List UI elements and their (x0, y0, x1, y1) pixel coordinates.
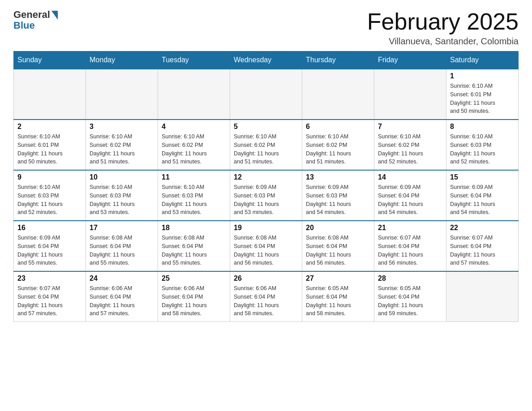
calendar-cell: 20Sunrise: 6:08 AMSunset: 6:04 PMDayligh… (302, 221, 374, 271)
cell-info-text: Sunrise: 6:08 AMSunset: 6:04 PMDaylight:… (234, 234, 298, 267)
calendar-cell: 13Sunrise: 6:09 AMSunset: 6:03 PMDayligh… (302, 170, 374, 221)
cell-info-text: Sunrise: 6:09 AMSunset: 6:03 PMDaylight:… (234, 183, 298, 217)
calendar-cell: 8Sunrise: 6:10 AMSunset: 6:03 PMDaylight… (446, 120, 519, 170)
logo: General Blue (13, 9, 58, 31)
logo-blue-text: Blue (13, 20, 35, 31)
cell-date-number: 5 (234, 123, 298, 131)
calendar-cell: 19Sunrise: 6:08 AMSunset: 6:04 PMDayligh… (230, 221, 302, 271)
cell-date-number: 3 (90, 123, 154, 131)
cell-date-number: 12 (234, 173, 298, 181)
calendar-cell: 12Sunrise: 6:09 AMSunset: 6:03 PMDayligh… (230, 170, 302, 221)
cell-info-text: Sunrise: 6:08 AMSunset: 6:04 PMDaylight:… (306, 234, 370, 267)
calendar-cell: 1Sunrise: 6:10 AMSunset: 6:01 PMDaylight… (446, 69, 519, 120)
cell-date-number: 20 (306, 224, 370, 232)
calendar-cell (14, 69, 86, 120)
title-block: February 2025 Villanueva, Santander, Col… (367, 9, 519, 47)
cell-info-text: Sunrise: 6:07 AMSunset: 6:04 PMDaylight:… (450, 234, 515, 267)
cell-date-number: 18 (162, 224, 226, 232)
cell-info-text: Sunrise: 6:07 AMSunset: 6:04 PMDaylight:… (378, 234, 442, 267)
cell-info-text: Sunrise: 6:09 AMSunset: 6:04 PMDaylight:… (17, 234, 82, 267)
calendar-cell: 27Sunrise: 6:05 AMSunset: 6:04 PMDayligh… (302, 271, 374, 322)
cell-date-number: 28 (378, 274, 442, 283)
cell-date-number: 13 (306, 173, 370, 181)
calendar-title: February 2025 (367, 9, 519, 34)
calendar-cell: 14Sunrise: 6:09 AMSunset: 6:04 PMDayligh… (374, 170, 446, 221)
cell-info-text: Sunrise: 6:09 AMSunset: 6:04 PMDaylight:… (378, 183, 442, 217)
cell-info-text: Sunrise: 6:06 AMSunset: 6:04 PMDaylight:… (90, 284, 154, 318)
calendar-cell: 22Sunrise: 6:07 AMSunset: 6:04 PMDayligh… (446, 221, 519, 271)
calendar-cell: 26Sunrise: 6:06 AMSunset: 6:04 PMDayligh… (230, 271, 302, 322)
cell-date-number: 21 (378, 224, 442, 232)
cell-info-text: Sunrise: 6:10 AMSunset: 6:02 PMDaylight:… (234, 133, 298, 166)
cell-info-text: Sunrise: 6:05 AMSunset: 6:04 PMDaylight:… (378, 284, 442, 318)
cell-info-text: Sunrise: 6:10 AMSunset: 6:03 PMDaylight:… (162, 183, 226, 217)
weekday-header-sunday: Sunday (14, 51, 86, 69)
cell-date-number: 9 (17, 173, 82, 181)
cell-info-text: Sunrise: 6:10 AMSunset: 6:02 PMDaylight:… (378, 133, 442, 166)
cell-date-number: 19 (234, 224, 298, 232)
cell-date-number: 6 (306, 123, 370, 131)
cell-date-number: 10 (90, 173, 154, 181)
cell-date-number: 2 (17, 123, 82, 131)
cell-date-number: 15 (450, 173, 515, 181)
cell-info-text: Sunrise: 6:10 AMSunset: 6:01 PMDaylight:… (450, 82, 515, 116)
cell-date-number: 22 (450, 224, 515, 232)
page-header: General Blue February 2025 Villanueva, S… (13, 9, 519, 47)
calendar-cell: 15Sunrise: 6:09 AMSunset: 6:04 PMDayligh… (446, 170, 519, 221)
cell-info-text: Sunrise: 6:08 AMSunset: 6:04 PMDaylight:… (162, 234, 226, 267)
cell-info-text: Sunrise: 6:10 AMSunset: 6:02 PMDaylight:… (90, 133, 154, 166)
cell-info-text: Sunrise: 6:10 AMSunset: 6:03 PMDaylight:… (17, 183, 82, 217)
cell-date-number: 16 (17, 224, 82, 232)
cell-info-text: Sunrise: 6:08 AMSunset: 6:04 PMDaylight:… (90, 234, 154, 267)
calendar-cell (302, 69, 374, 120)
calendar-week-row: 1Sunrise: 6:10 AMSunset: 6:01 PMDaylight… (14, 69, 519, 120)
calendar-week-row: 9Sunrise: 6:10 AMSunset: 6:03 PMDaylight… (14, 170, 519, 221)
cell-info-text: Sunrise: 6:06 AMSunset: 6:04 PMDaylight:… (234, 284, 298, 318)
calendar-cell: 2Sunrise: 6:10 AMSunset: 6:01 PMDaylight… (14, 120, 86, 170)
calendar-body: 1Sunrise: 6:10 AMSunset: 6:01 PMDaylight… (14, 69, 519, 322)
weekday-header-tuesday: Tuesday (158, 51, 230, 69)
cell-info-text: Sunrise: 6:06 AMSunset: 6:04 PMDaylight:… (162, 284, 226, 318)
calendar-week-row: 23Sunrise: 6:07 AMSunset: 6:04 PMDayligh… (14, 271, 519, 322)
weekday-header-row: SundayMondayTuesdayWednesdayThursdayFrid… (14, 51, 519, 69)
cell-date-number: 14 (378, 173, 442, 181)
cell-info-text: Sunrise: 6:10 AMSunset: 6:03 PMDaylight:… (90, 183, 154, 217)
calendar-cell (374, 69, 446, 120)
cell-info-text: Sunrise: 6:05 AMSunset: 6:04 PMDaylight:… (306, 284, 370, 318)
weekday-header-thursday: Thursday (302, 51, 374, 69)
cell-info-text: Sunrise: 6:09 AMSunset: 6:04 PMDaylight:… (450, 183, 515, 217)
calendar-cell: 23Sunrise: 6:07 AMSunset: 6:04 PMDayligh… (14, 271, 86, 322)
calendar-week-row: 16Sunrise: 6:09 AMSunset: 6:04 PMDayligh… (14, 221, 519, 271)
calendar-cell: 6Sunrise: 6:10 AMSunset: 6:02 PMDaylight… (302, 120, 374, 170)
calendar-cell: 25Sunrise: 6:06 AMSunset: 6:04 PMDayligh… (158, 271, 230, 322)
calendar-cell: 21Sunrise: 6:07 AMSunset: 6:04 PMDayligh… (374, 221, 446, 271)
calendar-cell: 17Sunrise: 6:08 AMSunset: 6:04 PMDayligh… (86, 221, 158, 271)
calendar-cell: 11Sunrise: 6:10 AMSunset: 6:03 PMDayligh… (158, 170, 230, 221)
calendar-cell: 24Sunrise: 6:06 AMSunset: 6:04 PMDayligh… (86, 271, 158, 322)
calendar-cell: 16Sunrise: 6:09 AMSunset: 6:04 PMDayligh… (14, 221, 86, 271)
logo-general-text: General (13, 9, 50, 21)
weekday-header-wednesday: Wednesday (230, 51, 302, 69)
calendar-week-row: 2Sunrise: 6:10 AMSunset: 6:01 PMDaylight… (14, 120, 519, 170)
cell-date-number: 24 (90, 274, 154, 283)
cell-date-number: 1 (450, 72, 515, 80)
calendar-cell (446, 271, 519, 322)
cell-date-number: 23 (17, 274, 82, 283)
calendar-cell (86, 69, 158, 120)
calendar-cell: 4Sunrise: 6:10 AMSunset: 6:02 PMDaylight… (158, 120, 230, 170)
cell-info-text: Sunrise: 6:10 AMSunset: 6:03 PMDaylight:… (450, 133, 515, 166)
cell-info-text: Sunrise: 6:10 AMSunset: 6:01 PMDaylight:… (17, 133, 82, 166)
cell-date-number: 8 (450, 123, 515, 131)
calendar-cell (230, 69, 302, 120)
weekday-header-friday: Friday (374, 51, 446, 69)
calendar-cell (158, 69, 230, 120)
cell-date-number: 25 (162, 274, 226, 283)
cell-info-text: Sunrise: 6:10 AMSunset: 6:02 PMDaylight:… (162, 133, 226, 166)
weekday-header-monday: Monday (86, 51, 158, 69)
calendar-subtitle: Villanueva, Santander, Colombia (367, 36, 519, 47)
calendar-cell: 7Sunrise: 6:10 AMSunset: 6:02 PMDaylight… (374, 120, 446, 170)
cell-date-number: 17 (90, 224, 154, 232)
cell-date-number: 4 (162, 123, 226, 131)
weekday-header-saturday: Saturday (446, 51, 519, 69)
cell-date-number: 27 (306, 274, 370, 283)
